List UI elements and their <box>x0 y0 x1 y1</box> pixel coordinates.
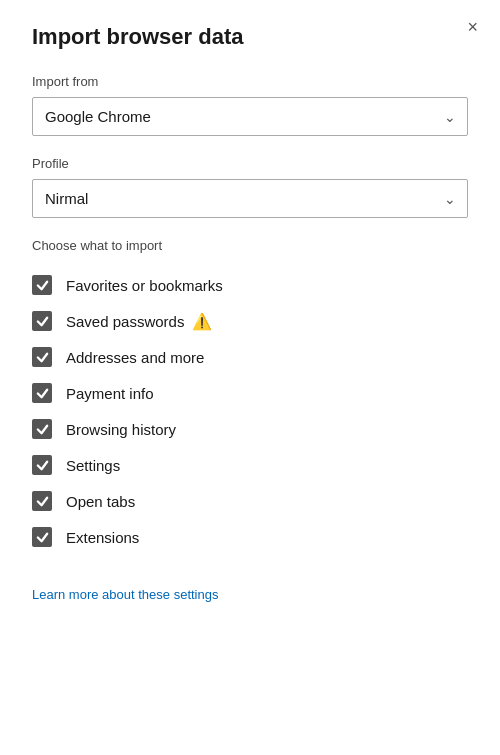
list-item: Favorites or bookmarks <box>32 267 468 303</box>
list-item: Extensions <box>32 519 468 555</box>
favorites-checkbox[interactable] <box>32 275 52 295</box>
list-item: Settings <box>32 447 468 483</box>
close-icon: × <box>467 17 478 37</box>
saved-passwords-checkbox[interactable] <box>32 311 52 331</box>
list-item: Payment info <box>32 375 468 411</box>
import-from-wrapper: Google Chrome Mozilla Firefox Microsoft … <box>32 97 468 136</box>
settings-checkbox[interactable] <box>32 455 52 475</box>
extensions-checkbox-label[interactable]: Extensions <box>32 527 139 547</box>
payment-info-label: Payment info <box>66 385 154 402</box>
profile-label: Profile <box>32 156 468 171</box>
profile-select[interactable]: Nirmal Default Profile 2 <box>32 179 468 218</box>
extensions-label: Extensions <box>66 529 139 546</box>
browsing-history-checkbox[interactable] <box>32 419 52 439</box>
saved-passwords-label: Saved passwords <box>66 313 184 330</box>
settings-checkbox-label[interactable]: Settings <box>32 455 120 475</box>
list-item: Browsing history <box>32 411 468 447</box>
favorites-checkbox-label[interactable]: Favorites or bookmarks <box>32 275 223 295</box>
payment-info-checkbox[interactable] <box>32 383 52 403</box>
open-tabs-label: Open tabs <box>66 493 135 510</box>
addresses-label: Addresses and more <box>66 349 204 366</box>
favorites-label: Favorites or bookmarks <box>66 277 223 294</box>
saved-passwords-checkbox-label[interactable]: Saved passwords <box>32 311 184 331</box>
close-button[interactable]: × <box>461 14 484 40</box>
import-from-select[interactable]: Google Chrome Mozilla Firefox Microsoft … <box>32 97 468 136</box>
learn-more-link[interactable]: Learn more about these settings <box>32 587 218 602</box>
dialog-title: Import browser data <box>32 24 468 50</box>
open-tabs-checkbox-label[interactable]: Open tabs <box>32 491 135 511</box>
list-item: Saved passwords ⚠️ <box>32 303 468 339</box>
browsing-history-checkbox-label[interactable]: Browsing history <box>32 419 176 439</box>
profile-wrapper: Nirmal Default Profile 2 ⌄ <box>32 179 468 218</box>
addresses-checkbox[interactable] <box>32 347 52 367</box>
choose-section-label: Choose what to import <box>32 238 468 253</box>
warning-icon: ⚠️ <box>192 312 212 331</box>
checkbox-list: Favorites or bookmarks Saved passwords ⚠… <box>32 267 468 555</box>
list-item: Open tabs <box>32 483 468 519</box>
import-from-label: Import from <box>32 74 468 89</box>
extensions-checkbox[interactable] <box>32 527 52 547</box>
payment-info-checkbox-label[interactable]: Payment info <box>32 383 154 403</box>
settings-label: Settings <box>66 457 120 474</box>
open-tabs-checkbox[interactable] <box>32 491 52 511</box>
browsing-history-label: Browsing history <box>66 421 176 438</box>
addresses-checkbox-label[interactable]: Addresses and more <box>32 347 204 367</box>
import-browser-data-dialog: × Import browser data Import from Google… <box>0 0 500 755</box>
list-item: Addresses and more <box>32 339 468 375</box>
